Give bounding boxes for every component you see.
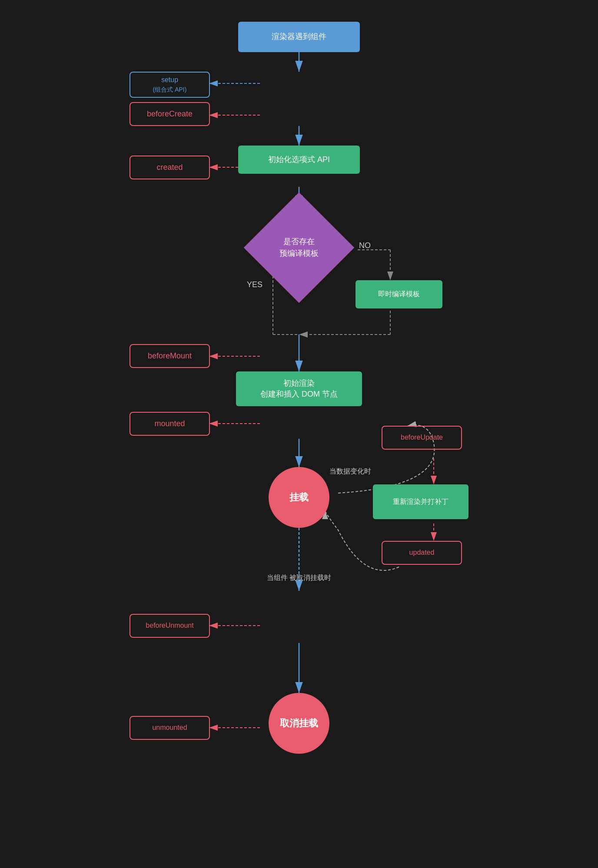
when-data-changes-label: 当数据变化时 [329, 467, 395, 476]
mounted-box: mounted [130, 412, 210, 436]
renderer-encounter-box: 渲染器遇到组件 [238, 22, 360, 52]
re-render-box: 重新渲染并打补丁 [373, 484, 468, 519]
lifecycle-diagram: 渲染器遇到组件 setup(组合式 API) beforeCreate 初始化选… [103, 9, 495, 860]
setup-box: setup(组合式 API) [130, 72, 210, 98]
no-label: NO [359, 241, 371, 250]
initial-render-box: 初始渲染创建和插入 DOM 节点 [236, 371, 362, 406]
before-create-box: beforeCreate [130, 102, 210, 126]
unmounted-box: unmounted [130, 716, 210, 740]
diamond-label: 是否存在预编译模板 [279, 236, 319, 259]
updated-box: updated [382, 541, 462, 565]
before-update-box: beforeUpdate [382, 426, 462, 450]
created-box: created [130, 156, 210, 179]
before-unmount-box: beforeUnmount [130, 614, 210, 638]
setup-label: setup(组合式 API) [153, 75, 187, 95]
unmount-circle: 取消挂载 [269, 693, 329, 754]
yes-label: YES [247, 280, 262, 289]
mounted-circle: 挂载 [269, 467, 329, 528]
jit-compile-box: 即时编译模板 [355, 280, 442, 308]
init-options-box: 初始化选项式 API [238, 146, 360, 174]
when-unmount-label: 当组件 被取消挂载时 [256, 573, 342, 583]
diamond-wrapper: 是否存在预编译模板 [258, 206, 340, 289]
before-mount-box: beforeMount [130, 344, 210, 368]
